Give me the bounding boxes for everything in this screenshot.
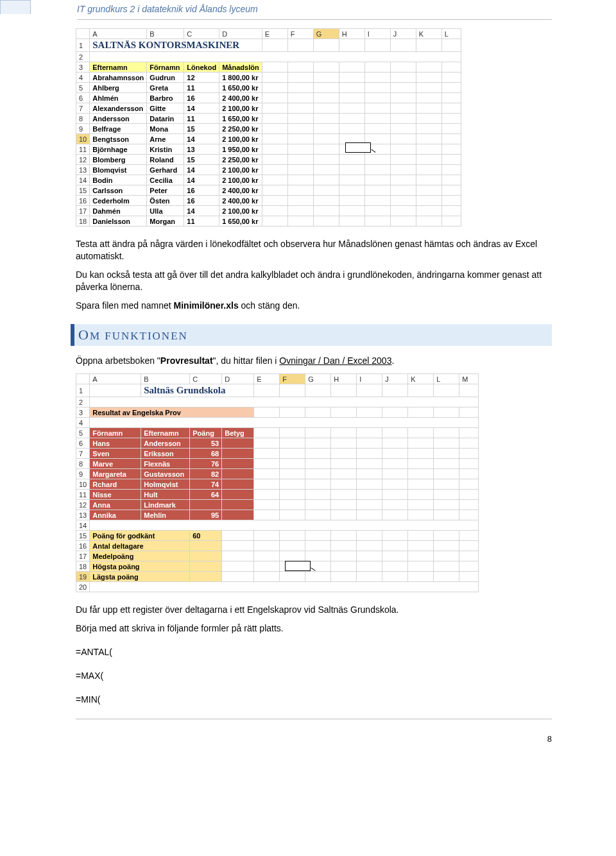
cell: 16 (184, 93, 219, 103)
s2-rowhead-3: 3 (76, 407, 90, 418)
cell: 16 (184, 185, 219, 196)
cell: Blomberg (90, 155, 147, 165)
table-row: 13AnnikaMehlin95 (76, 510, 479, 520)
cell: 64 (190, 490, 222, 500)
cell: 53 (190, 438, 222, 449)
cell: Dahmén (90, 206, 147, 216)
cell: Flexnäs (141, 459, 190, 469)
cell (222, 449, 254, 459)
cell: Belfrage (90, 124, 147, 134)
table-row: 19Lägsta poäng (76, 572, 479, 582)
colhead-B: B (147, 29, 184, 39)
rowhead-17: 17 (76, 206, 90, 216)
colhead-K: K (416, 29, 441, 39)
cell: Mehlin (141, 510, 190, 520)
cell: 2 100,00 kr (219, 175, 262, 185)
sheet1-corner (76, 29, 90, 39)
cell: 2 400,00 kr (219, 196, 262, 206)
page-number: 8 (547, 734, 552, 744)
colhead-A: A (90, 29, 147, 39)
table-row: 8AnderssonDatarin111 650,00 kr (76, 114, 461, 124)
para-4: Öppna arbetsboken "Provresultat", du hit… (76, 355, 552, 367)
cell: Ahlmén (90, 93, 147, 103)
cell: Peter (147, 185, 184, 196)
s2-rowhead-9: 9 (76, 469, 90, 479)
rowhead-7: 7 (76, 103, 90, 114)
rowhead-8: 8 (76, 114, 90, 124)
footer-rule (76, 719, 552, 719)
colhead-D: D (219, 29, 262, 39)
s2-rowhead-1: 1 (76, 384, 90, 397)
s2-rowhead-17: 17 (76, 551, 90, 561)
cell: 11 (184, 114, 219, 124)
spreadsheet-saltnas-grundskola: A B C D E F G H I J K L M 1 Sal (76, 373, 552, 592)
cell: Gudrun (147, 73, 184, 83)
sheet1-title: SALTNÄS KONTORSMASKINER (90, 39, 262, 52)
cell: Danielsson (90, 216, 147, 227)
doc-header-title: IT grundkurs 2 i datateknik vid Ålands l… (77, 4, 258, 14)
header-tab-decor (0, 0, 31, 14)
cell: 2 400,00 kr (219, 185, 262, 196)
cell: Alexandersson (90, 103, 147, 114)
colhead-G: G (313, 29, 339, 39)
cell: 14 (184, 103, 219, 114)
p4e: . (391, 355, 394, 366)
cell (222, 469, 254, 479)
footer-label: Högsta poäng (90, 561, 190, 572)
s2-rowhead-20: 20 (76, 582, 90, 592)
colhead-C: C (184, 29, 219, 39)
s2-rowhead-4: 4 (76, 418, 90, 428)
cell: 16 (184, 196, 219, 206)
para-1: Testa att ändra på några värden i löneko… (76, 238, 552, 262)
s2-rowhead-16: 16 (76, 541, 90, 551)
s2-rowhead-10: 10 (76, 479, 90, 490)
s2-colhead-B: B (141, 374, 190, 384)
cell: 15 (184, 155, 219, 165)
cell: Östen (147, 196, 184, 206)
body-text-block-3: Du får upp ett register över deltagarna … (76, 604, 552, 705)
section-heading-om-funktionen: OM FUNKTIONEN (71, 324, 552, 346)
s2-colhead-E: E (254, 374, 280, 384)
cell: Rchard (90, 479, 141, 490)
colhead-I: I (364, 29, 390, 39)
footer-label: Lägsta poäng (90, 572, 190, 582)
cell: 2 100,00 kr (219, 134, 262, 144)
cell (222, 479, 254, 490)
table-row: 6HansAndersson53 (76, 438, 479, 449)
sheet1-hdr-efternamn: Efternamn (90, 62, 147, 73)
spreadsheet-saltnas-kontorsmaskiner: A B C D E F G H I J K L 1 SALTNÄS KONTOR… (76, 28, 552, 227)
cell: Cederholm (90, 196, 147, 206)
cell: 2 100,00 kr (219, 165, 262, 175)
table-row: 4AbrahamnssonGudrun121 800,00 kr (76, 73, 461, 83)
para-6: Börja med att skriva in följande formler… (76, 622, 552, 635)
cell (222, 490, 254, 500)
colhead-J: J (390, 29, 416, 39)
cell: Andersson (90, 114, 147, 124)
cell: Carlsson (90, 185, 147, 196)
cell: Gustavsson (141, 469, 190, 479)
cell: 95 (190, 510, 222, 520)
rowhead-2: 2 (76, 52, 90, 62)
sheet1-hdr-fornamn: Förnamn (147, 62, 184, 73)
cell: Cecilia (147, 175, 184, 185)
s2-colhead-F: F (280, 374, 305, 384)
cell: 14 (184, 134, 219, 144)
cell: Andersson (141, 438, 190, 449)
cell: 11 (184, 83, 219, 93)
sheet2-corner (76, 374, 90, 384)
cell: Sven (90, 449, 141, 459)
footer-label: Poäng för godkänt (90, 531, 190, 541)
cell: 14 (184, 175, 219, 185)
cell: 11 (184, 216, 219, 227)
cell: Greta (147, 83, 184, 93)
footer-value (190, 551, 222, 561)
table-row: 10BengtssonArne142 100,00 kr (76, 134, 461, 144)
table-row: 7SvenEriksson68 (76, 449, 479, 459)
table-row: 18DanielssonMorgan111 650,00 kr (76, 216, 461, 227)
cell: Nisse (90, 490, 141, 500)
body-text-block-2: Öppna arbetsboken "Provresultat", du hit… (76, 355, 552, 367)
cell: Annika (90, 510, 141, 520)
s2-rowhead-18: 18 (76, 561, 90, 572)
cell: Björnhage (90, 144, 147, 155)
cell: Mona (147, 124, 184, 134)
